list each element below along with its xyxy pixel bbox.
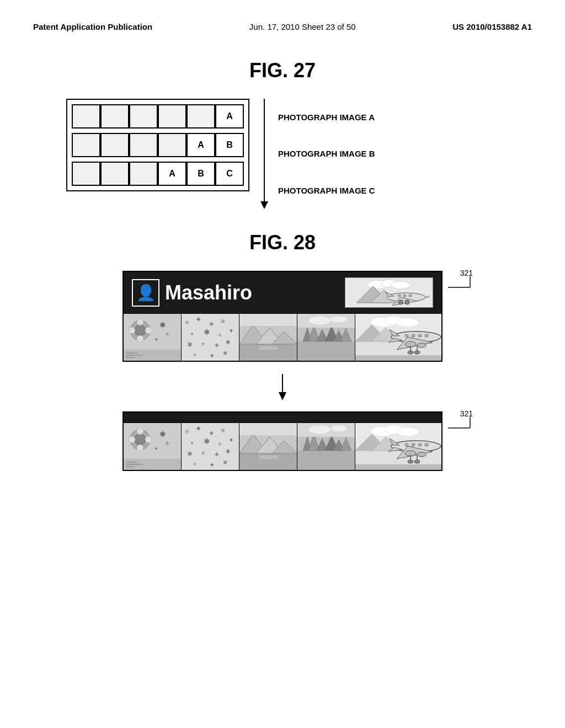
label-photo-a: PHOTOGRAPH IMAGE A bbox=[278, 113, 375, 122]
page-header: Patent Application Publication Jun. 17, … bbox=[0, 0, 565, 42]
svg-rect-50 bbox=[297, 341, 355, 361]
panel-bottom-topbar bbox=[124, 413, 441, 422]
airplane-svg-2 bbox=[355, 314, 441, 361]
svg-rect-47 bbox=[239, 314, 297, 326]
svg-text:✳: ✳ bbox=[201, 341, 205, 347]
film-cell bbox=[72, 104, 100, 129]
svg-point-16 bbox=[137, 335, 143, 342]
svg-text:✳: ✳ bbox=[165, 440, 169, 446]
film-cell-a3: A bbox=[158, 162, 186, 186]
svg-text:✳: ✳ bbox=[201, 450, 205, 456]
svg-point-129 bbox=[308, 425, 331, 434]
svg-point-144 bbox=[417, 452, 426, 457]
fig28-container: 👤 Masahiro bbox=[33, 271, 532, 471]
svg-rect-94 bbox=[126, 462, 137, 463]
fig28-upper-panel: 👤 Masahiro bbox=[122, 271, 443, 362]
fig28-title: FIG. 28 bbox=[33, 231, 532, 254]
svg-point-11 bbox=[405, 300, 409, 304]
airplane-thumb-top bbox=[345, 277, 433, 308]
svg-rect-119 bbox=[259, 455, 278, 459]
svg-point-15 bbox=[137, 319, 143, 325]
svg-text:✳: ✳ bbox=[165, 331, 169, 337]
svg-text:✳: ✳ bbox=[217, 441, 222, 447]
svg-text:✱: ✱ bbox=[159, 430, 166, 438]
svg-rect-149 bbox=[355, 464, 441, 470]
svg-point-85 bbox=[135, 434, 146, 445]
ref-arrow-upper bbox=[445, 274, 473, 290]
fig27-section: FIG. 27 A A B bbox=[0, 42, 565, 220]
svg-point-17 bbox=[129, 327, 135, 334]
svg-rect-48 bbox=[259, 346, 278, 350]
person-icon: 👤 bbox=[136, 283, 156, 302]
photo-thumb-airplane bbox=[355, 314, 441, 361]
svg-rect-23 bbox=[126, 352, 137, 354]
film-row-ab: A B bbox=[72, 133, 244, 157]
svg-text:✱: ✱ bbox=[209, 321, 214, 327]
thumb-b-svg-4 bbox=[297, 423, 355, 470]
ref-arrow-lower bbox=[445, 414, 473, 431]
svg-rect-142 bbox=[425, 443, 428, 446]
person-icon-box: 👤 bbox=[132, 279, 159, 307]
panel-transition-arrow bbox=[276, 373, 289, 400]
svg-point-3 bbox=[391, 281, 411, 289]
svg-point-146 bbox=[408, 460, 413, 463]
svg-point-73 bbox=[417, 343, 426, 347]
svg-point-87 bbox=[137, 445, 143, 451]
fig28-upper-wrapper: 👤 Masahiro bbox=[122, 271, 443, 362]
svg-point-18 bbox=[145, 327, 152, 334]
thumb-b-svg-2: ✳ ✦ ✱ ✳ ✦ ✱ ✳ ✦ ✱ ✳ ✦ ✱ ✳ bbox=[182, 423, 239, 470]
svg-text:✦: ✦ bbox=[195, 425, 202, 433]
svg-text:✳: ✳ bbox=[184, 319, 190, 326]
svg-text:✳: ✳ bbox=[217, 332, 222, 338]
svg-rect-78 bbox=[355, 355, 441, 361]
svg-text:✳: ✳ bbox=[184, 428, 190, 436]
svg-text:✱: ✱ bbox=[223, 350, 227, 356]
svg-point-148 bbox=[414, 460, 420, 463]
svg-marker-82 bbox=[279, 392, 286, 400]
svg-rect-95 bbox=[126, 464, 143, 465]
header-patent-number: US 2010/0153882 A1 bbox=[452, 22, 532, 31]
svg-rect-71 bbox=[425, 334, 428, 337]
photo-thumb-b2: ✳ ✦ ✱ ✳ ✦ ✱ ✳ ✦ ✱ ✳ ✦ ✱ ✳ bbox=[182, 423, 239, 470]
svg-point-10 bbox=[398, 300, 403, 304]
svg-rect-9 bbox=[409, 295, 412, 297]
film-cell bbox=[129, 133, 158, 157]
svg-text:✱: ✱ bbox=[226, 448, 230, 454]
panel-top-bar: 👤 Masahiro bbox=[124, 272, 441, 313]
film-cell-b: B bbox=[215, 133, 244, 157]
svg-rect-141 bbox=[418, 443, 422, 446]
svg-point-64 bbox=[397, 318, 419, 327]
film-cell bbox=[158, 104, 186, 129]
svg-point-88 bbox=[129, 436, 135, 443]
thumb-svg-1: ✱ ✳ ✦ bbox=[124, 314, 182, 361]
svg-text:✱: ✱ bbox=[187, 341, 193, 349]
svg-text:✦: ✦ bbox=[209, 352, 215, 360]
fig27-vertical-arrow bbox=[260, 99, 268, 209]
svg-rect-7 bbox=[398, 295, 401, 297]
svg-rect-24 bbox=[126, 355, 143, 356]
svg-rect-69 bbox=[412, 334, 415, 337]
photo-thumb-1: ✱ ✳ ✦ bbox=[124, 314, 182, 361]
film-cell bbox=[72, 162, 100, 186]
thumb-svg-3 bbox=[239, 314, 297, 361]
svg-text:✳: ✳ bbox=[193, 461, 197, 467]
film-cell bbox=[100, 162, 129, 186]
film-cell-a: A bbox=[215, 104, 244, 129]
svg-text:✦: ✦ bbox=[154, 446, 158, 452]
svg-text:✱: ✱ bbox=[209, 430, 214, 436]
label-photo-b: PHOTOGRAPH IMAGE B bbox=[278, 149, 375, 158]
fig27-title: FIG. 27 bbox=[33, 59, 532, 82]
header-publication-label: Patent Application Publication bbox=[33, 22, 152, 31]
down-arrow-svg bbox=[276, 373, 289, 400]
fig28-lower-panel: ✱ ✳ ✦ ✳ ✦ bbox=[122, 411, 443, 471]
svg-rect-140 bbox=[412, 443, 415, 446]
arrow-line bbox=[264, 99, 265, 201]
thumb-b-svg-3 bbox=[239, 423, 297, 470]
svg-text:✱: ✱ bbox=[204, 328, 210, 336]
svg-text:✳: ✳ bbox=[220, 318, 226, 325]
svg-point-89 bbox=[145, 436, 152, 443]
svg-point-14 bbox=[135, 325, 146, 336]
svg-point-58 bbox=[308, 316, 331, 325]
photo-thumb-4 bbox=[297, 314, 355, 361]
airplane-b-svg bbox=[355, 423, 441, 470]
